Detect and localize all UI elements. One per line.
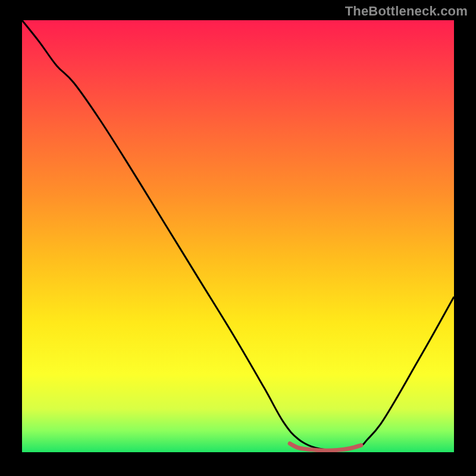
plot-background <box>22 20 454 452</box>
watermark-label: TheBottleneck.com <box>345 4 468 19</box>
bottleneck-chart <box>0 0 476 476</box>
chart-frame: { "watermark": "TheBottleneck.com", "cha… <box>0 0 476 476</box>
